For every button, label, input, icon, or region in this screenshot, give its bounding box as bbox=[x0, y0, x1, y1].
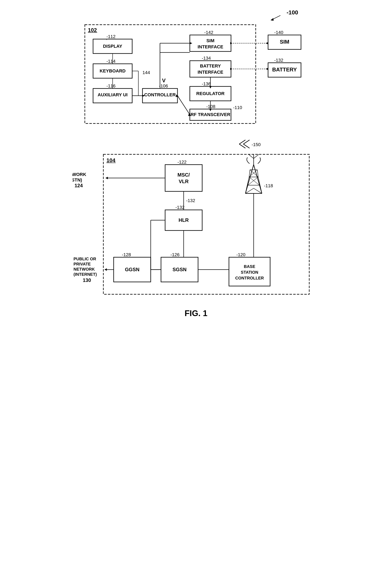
svg-line-0 bbox=[272, 15, 280, 20]
keyboard-ref: -114 bbox=[107, 59, 116, 64]
svg-line-61 bbox=[257, 170, 258, 177]
ref-100: -100 bbox=[286, 9, 298, 16]
sim-ext-ref: -140 bbox=[274, 30, 283, 35]
internet-label3: NETWORK bbox=[73, 267, 95, 271]
network-diagram: 104 MSC/ VLR -122 HLR -132 GGSN -128 SGS… bbox=[72, 152, 320, 296]
svg-line-69 bbox=[249, 154, 254, 158]
aux-label: AUXILIARY UI bbox=[98, 92, 127, 97]
battery-interface-ref: -134 bbox=[202, 56, 211, 61]
pstn-label2: (PSTN) bbox=[72, 177, 82, 183]
antenna-ref: -110 bbox=[233, 105, 242, 110]
internet-label1: PUBLIC OR bbox=[73, 257, 96, 261]
rf-transceiver-label: RF TRANSCEIVER bbox=[190, 112, 230, 117]
msc-hlr-wire-ref: -132 bbox=[186, 198, 195, 203]
sgsn-label: SGSN bbox=[173, 267, 187, 272]
display-ref: -112 bbox=[107, 34, 116, 39]
aux-ref: -116 bbox=[107, 83, 116, 89]
sim-interface-label2: INTERFACE bbox=[198, 44, 223, 49]
svg-line-63 bbox=[249, 177, 259, 185]
internet-ref: 130 bbox=[83, 277, 91, 283]
msc-vlr-label: MSC/ bbox=[178, 172, 190, 178]
network-block-ref: 104 bbox=[107, 157, 116, 164]
svg-line-62 bbox=[248, 177, 258, 185]
bsc-ref: -120 bbox=[236, 252, 245, 257]
svg-line-25 bbox=[178, 96, 190, 115]
svg-marker-37 bbox=[266, 68, 268, 70]
tower-ref: -118 bbox=[264, 183, 273, 188]
pstn-label1: NETWORK bbox=[72, 172, 86, 177]
fig-label: FIG. 1 bbox=[184, 309, 207, 318]
pstn-ref: 124 bbox=[74, 183, 83, 188]
ggsn-ref: -128 bbox=[122, 252, 131, 257]
controller-label: CONTROLLER bbox=[144, 92, 176, 97]
svg-line-60 bbox=[249, 170, 250, 177]
internet-label4: (INTERNET) bbox=[73, 272, 97, 277]
device-diagram: 102 DISPLAY -112 KEYBOARD -114 AUXILIARY… bbox=[83, 23, 309, 126]
svg-rect-10 bbox=[190, 61, 231, 77]
device-block-ref: 102 bbox=[88, 27, 97, 33]
controller-ref: -106 bbox=[159, 83, 168, 89]
wire-ref-144: 144 bbox=[143, 70, 150, 75]
svg-rect-47 bbox=[165, 165, 202, 191]
svg-marker-82 bbox=[104, 268, 107, 271]
svg-marker-1 bbox=[271, 18, 274, 21]
regulator-label: REGULATOR bbox=[196, 91, 225, 96]
voltage-label: V bbox=[162, 77, 166, 83]
bsc-label: BASE bbox=[244, 264, 255, 269]
msc-vlr-label2: VLR bbox=[179, 179, 189, 184]
battery-ext-ref: -132 bbox=[274, 58, 283, 63]
svg-line-70 bbox=[254, 154, 259, 158]
hlr-label: HLR bbox=[178, 217, 189, 223]
wireless-ref: -150 bbox=[252, 142, 261, 147]
display-label: DISPLAY bbox=[103, 44, 122, 49]
bsc-label2: STATION bbox=[241, 270, 258, 275]
keyboard-label: KEYBOARD bbox=[100, 68, 126, 73]
battery-ext-label: BATTERY bbox=[272, 67, 297, 73]
bsc-label3: CONTROLLER bbox=[235, 276, 264, 280]
battery-interface-label: BATTERY bbox=[200, 63, 221, 69]
rf-ref: -108 bbox=[206, 104, 215, 109]
regulator-ref: -136 bbox=[202, 81, 211, 86]
msc-vlr-ref: -122 bbox=[178, 160, 187, 165]
sgsn-ref: -126 bbox=[170, 252, 179, 257]
battery-interface-label2: INTERFACE bbox=[198, 70, 223, 75]
wireless-signal: -150 bbox=[83, 136, 309, 152]
ggsn-label: GGSN bbox=[125, 267, 140, 272]
svg-marker-80 bbox=[106, 177, 108, 179]
svg-marker-33 bbox=[266, 42, 268, 44]
hlr-ref: -132 bbox=[175, 205, 184, 210]
sim-ext-label: SIM bbox=[280, 39, 289, 45]
page-container: -100 102 DISPLAY -112 KEYBOARD -114 bbox=[52, 8, 340, 318]
internet-label2: PRIVATE bbox=[73, 262, 91, 266]
sim-interface-ref: -142 bbox=[204, 30, 213, 35]
sim-interface-label: SIM bbox=[206, 38, 214, 43]
